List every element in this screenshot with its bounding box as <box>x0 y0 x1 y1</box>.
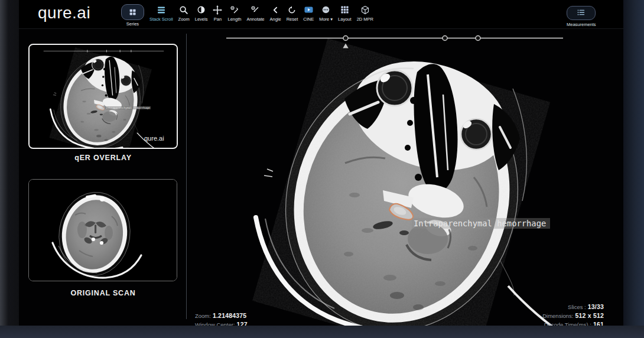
monitor-bezel-right <box>623 0 644 338</box>
qure-watermark: qure.ai <box>144 135 164 142</box>
current-slice-indicator[interactable] <box>343 44 348 48</box>
tool-label: Length <box>227 17 241 22</box>
tool-zoom[interactable]: Zoom <box>178 4 190 22</box>
tool-reset[interactable]: Reset <box>287 4 298 22</box>
measurements-list-icon <box>577 8 586 18</box>
slices-status: Slices :13/33 <box>542 303 604 311</box>
stack-scroll-icon <box>157 4 166 15</box>
series-thumbnail-original-scan[interactable] <box>28 179 177 281</box>
tool-label: Reset <box>287 17 298 22</box>
monitor-frame: qure.ai Series Stack Scroll <box>0 0 644 338</box>
qer-overlay-thumbnail-image <box>30 45 177 148</box>
play-video-icon <box>304 4 314 15</box>
tool-angle[interactable]: Angle <box>269 4 281 22</box>
header-bar: qure.ai Series Stack Scroll <box>0 0 644 29</box>
measurements-label: Measurements <box>567 22 596 27</box>
tool-label: 2D MPR <box>357 17 373 22</box>
length-measure-icon <box>230 4 239 15</box>
tool-stack-scroll[interactable]: Stack Scroll <box>149 4 173 22</box>
dimensions-status: Dimensions:512 x 512 <box>542 311 604 320</box>
tool-label: Stack Scroll <box>149 17 173 22</box>
series-thumbnail-qer-overlay[interactable]: Intraparenchymal hemorrhage qure.ai <box>28 44 178 149</box>
annotate-pen-icon <box>251 4 260 15</box>
ellipsis-icon <box>321 4 330 15</box>
hemorrhage-annotation-label: Intraparenchymal hemorrhage <box>414 219 546 228</box>
tool-length[interactable]: Length <box>227 4 241 22</box>
app-logo: qure.ai <box>38 4 90 22</box>
monitor-bezel-bottom <box>0 326 644 338</box>
move-arrows-icon <box>213 4 222 15</box>
contrast-icon <box>197 4 206 15</box>
scrubber-marker[interactable] <box>343 36 348 41</box>
tool-2d-mpr[interactable]: 2D MPR <box>357 4 373 22</box>
measurements-button[interactable]: Measurements <box>567 6 596 27</box>
tool-label: Pan <box>214 17 222 22</box>
original-scan-thumbnail-image <box>29 180 177 281</box>
monitor-bezel-left <box>0 0 19 338</box>
tool-series[interactable]: Series <box>121 4 144 27</box>
sidebar-divider <box>186 34 187 319</box>
tool-pan[interactable]: Pan <box>213 4 222 22</box>
tool-layout[interactable]: Layout <box>338 4 352 22</box>
scrubber-marker[interactable] <box>476 36 480 41</box>
chevron-left-icon <box>271 4 279 15</box>
tool-more[interactable]: More ▾ <box>319 4 333 22</box>
zoom-status: Zoom:1.21484375 <box>195 311 248 320</box>
magnifier-icon <box>179 4 188 15</box>
tool-label: Levels <box>195 17 208 22</box>
grid-3x3-icon <box>340 4 349 15</box>
slice-scrubber[interactable] <box>195 32 624 51</box>
ct-viewport[interactable]: Intraparenchymal hemorrhage <box>195 32 624 326</box>
tool-label: CINE <box>303 17 314 22</box>
scrubber-marker[interactable] <box>443 36 447 41</box>
series-grid-icon <box>129 6 136 18</box>
series-label-qer-overlay: qER OVERLAY <box>28 154 178 162</box>
measurements-pill <box>567 6 596 20</box>
cube-icon <box>360 4 370 15</box>
tool-label: Zoom <box>178 17 190 22</box>
tool-cine[interactable]: CINE <box>303 4 314 22</box>
series-label-original-scan: ORIGINAL SCAN <box>28 289 178 297</box>
tool-label: Annotate <box>246 17 264 22</box>
toolbar: Series Stack Scroll Zoom Levels <box>121 4 373 27</box>
tool-label: Series <box>126 21 139 27</box>
tool-label: Layout <box>338 17 352 22</box>
tool-label: Angle <box>269 17 281 22</box>
series-button <box>121 4 144 20</box>
tool-annotate[interactable]: Annotate <box>246 4 264 22</box>
tool-label: More ▾ <box>319 17 333 22</box>
reset-arrow-icon <box>287 4 297 15</box>
tool-levels[interactable]: Levels <box>195 4 208 22</box>
thumbnail-annotation: Intraparenchymal hemorrhage <box>105 106 151 109</box>
